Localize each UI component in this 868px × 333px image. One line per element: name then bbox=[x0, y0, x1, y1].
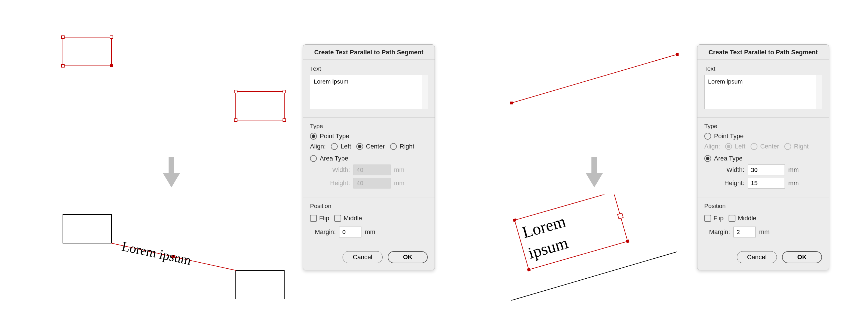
align-left-option: Left bbox=[725, 143, 745, 150]
svg-text:Lorem ipsum: Lorem ipsum bbox=[121, 239, 193, 268]
svg-rect-0 bbox=[63, 37, 112, 66]
dialog-title: Create Text Parallel to Path Segment bbox=[303, 45, 435, 60]
svg-line-15 bbox=[512, 54, 677, 103]
cancel-button[interactable]: Cancel bbox=[737, 251, 777, 263]
svg-rect-5 bbox=[236, 91, 284, 120]
height-input bbox=[353, 178, 391, 189]
height-row: Height: mm bbox=[320, 178, 428, 189]
svg-rect-24 bbox=[618, 213, 623, 219]
position-section-label: Position bbox=[704, 202, 822, 210]
align-center-radio[interactable] bbox=[356, 143, 363, 150]
flip-checkbox[interactable] bbox=[310, 215, 317, 222]
type-section-label: Type bbox=[704, 123, 822, 130]
area-type-option[interactable]: Area Type bbox=[704, 155, 822, 162]
svg-rect-20 bbox=[513, 219, 516, 222]
svg-rect-4 bbox=[110, 64, 113, 67]
align-center-radio bbox=[751, 143, 757, 150]
area-type-option[interactable]: Area Type bbox=[310, 155, 428, 162]
text-section-label: Text bbox=[704, 65, 822, 72]
left-arrow-icon bbox=[163, 157, 180, 189]
middle-option[interactable]: Middle bbox=[728, 215, 756, 222]
width-row: Width: mm bbox=[320, 165, 428, 175]
width-input[interactable] bbox=[748, 165, 785, 175]
align-center-option: Center bbox=[751, 143, 779, 150]
height-input[interactable] bbox=[748, 178, 785, 189]
middle-checkbox[interactable] bbox=[728, 215, 736, 222]
text-section-label: Text bbox=[310, 65, 428, 72]
area-type-radio[interactable] bbox=[310, 155, 317, 162]
margin-row: Margin: mm bbox=[310, 227, 428, 238]
align-right-radio bbox=[784, 143, 791, 150]
align-row: Align: Left Center Right bbox=[704, 143, 822, 150]
width-row: Width: mm bbox=[715, 165, 822, 175]
svg-rect-3 bbox=[61, 64, 64, 67]
point-type-option[interactable]: Point Type bbox=[310, 133, 428, 140]
point-type-radio[interactable] bbox=[704, 133, 711, 140]
ok-button[interactable]: OK bbox=[782, 251, 822, 263]
cancel-button[interactable]: Cancel bbox=[343, 251, 382, 263]
left-canvas-before bbox=[46, 29, 303, 149]
align-right-option[interactable]: Right bbox=[390, 143, 414, 150]
position-section-label: Position bbox=[310, 202, 428, 210]
svg-rect-7 bbox=[283, 90, 286, 93]
point-type-option[interactable]: Point Type bbox=[704, 133, 822, 140]
right-canvas-before bbox=[494, 46, 694, 126]
svg-rect-1 bbox=[61, 36, 64, 38]
height-row: Height: mm bbox=[715, 178, 822, 189]
right-arrow-icon bbox=[586, 157, 603, 189]
align-left-radio bbox=[725, 143, 732, 150]
svg-rect-9 bbox=[283, 119, 286, 121]
margin-row: Margin: mm bbox=[704, 227, 822, 238]
align-row: Align: Left Center Right bbox=[310, 143, 428, 150]
margin-input[interactable] bbox=[734, 227, 756, 238]
right-dialog: Create Text Parallel to Path Segment Tex… bbox=[697, 44, 829, 270]
svg-rect-17 bbox=[676, 53, 679, 56]
flip-option[interactable]: Flip bbox=[704, 215, 723, 222]
align-right-radio[interactable] bbox=[390, 143, 397, 150]
svg-rect-23 bbox=[626, 240, 629, 243]
point-type-radio[interactable] bbox=[310, 133, 317, 140]
middle-checkbox[interactable] bbox=[334, 215, 341, 222]
width-input bbox=[353, 165, 391, 175]
align-label: Align: bbox=[704, 143, 720, 150]
text-input[interactable] bbox=[704, 75, 822, 109]
margin-input[interactable] bbox=[339, 227, 362, 238]
svg-rect-22 bbox=[527, 268, 531, 272]
svg-rect-6 bbox=[234, 90, 237, 93]
align-left-radio[interactable] bbox=[331, 143, 338, 150]
ok-button[interactable]: OK bbox=[388, 251, 428, 263]
text-input[interactable] bbox=[310, 75, 428, 109]
align-left-option[interactable]: Left bbox=[331, 143, 351, 150]
svg-rect-10 bbox=[63, 215, 112, 243]
dialog-title: Create Text Parallel to Path Segment bbox=[698, 45, 829, 60]
align-center-option[interactable]: Center bbox=[356, 143, 385, 150]
left-dialog: Create Text Parallel to Path Segment Tex… bbox=[303, 44, 435, 270]
area-type-radio[interactable] bbox=[704, 155, 711, 162]
align-right-option: Right bbox=[784, 143, 809, 150]
right-canvas-after: Lorem ipsum bbox=[494, 195, 694, 315]
type-section-label: Type bbox=[310, 123, 428, 130]
svg-rect-11 bbox=[236, 270, 284, 299]
align-label: Align: bbox=[310, 143, 326, 150]
middle-option[interactable]: Middle bbox=[334, 215, 362, 222]
left-canvas-after: Lorem ipsum bbox=[46, 206, 303, 326]
svg-rect-8 bbox=[234, 119, 237, 121]
svg-rect-2 bbox=[110, 36, 113, 38]
flip-checkbox[interactable] bbox=[704, 215, 711, 222]
flip-option[interactable]: Flip bbox=[310, 215, 329, 222]
svg-rect-16 bbox=[510, 102, 513, 104]
